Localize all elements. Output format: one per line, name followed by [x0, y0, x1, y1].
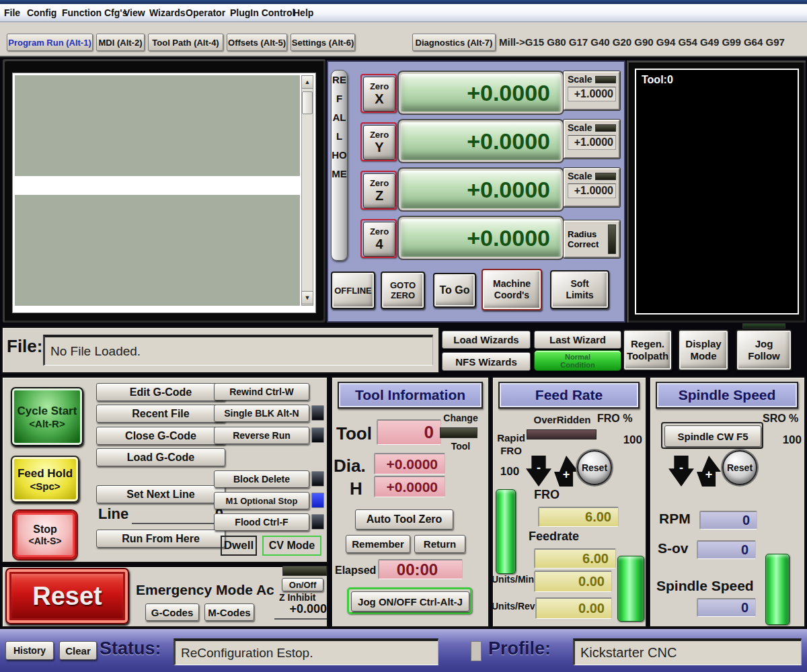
tab-program-run[interactable]: Program Run (Alt-1)	[7, 34, 93, 51]
display-mode-button[interactable]: Display Mode	[678, 329, 729, 371]
line-number-field[interactable]: 0	[132, 505, 223, 524]
goto-zero-button[interactable]: GOTO ZERO	[381, 271, 425, 309]
nfs-wizards-button[interactable]: NFS Wizards	[442, 352, 531, 371]
radius-correct-box[interactable]: Radius Correct	[564, 220, 620, 258]
menu-view[interactable]: View	[124, 4, 145, 22]
reset-button[interactable]: Reset	[5, 568, 129, 624]
scrollbar-thumb[interactable]	[302, 91, 313, 114]
fro-pct-label: FRO %	[597, 413, 632, 425]
zero-x-button[interactable]: ZeroX	[360, 74, 397, 113]
rewind-button[interactable]: Rewind Ctrl-W	[214, 383, 309, 401]
zero-4-button[interactable]: Zero4	[360, 219, 397, 258]
units-rev-label: Units/Rev	[492, 601, 535, 612]
scale-y-box[interactable]: Scale +1.0000	[564, 120, 620, 159]
stop-label: Stop	[33, 523, 57, 536]
ref-all-home-button[interactable]: REF ALL HOME	[331, 70, 348, 261]
scale-x-box[interactable]: Scale +1.0000	[564, 71, 620, 110]
zero-y-button[interactable]: ZeroY	[360, 122, 397, 161]
menu-plugin-control[interactable]: PlugIn Control	[230, 4, 295, 22]
cv-mode-indicator[interactable]: CV Mode	[262, 536, 321, 556]
menu-operator[interactable]: Operator	[186, 4, 225, 22]
to-go-button[interactable]: To Go	[433, 273, 476, 308]
toolpath-display[interactable]	[635, 69, 799, 314]
menu-function-cfgs[interactable]: Function Cfg's	[62, 4, 127, 22]
feed-rate-title: Feed Rate	[498, 382, 640, 409]
fro-slider-bar[interactable]	[496, 489, 516, 574]
gcodes-button[interactable]: G-Codes	[145, 603, 199, 621]
mcodes-button[interactable]: M-Codes	[204, 603, 254, 621]
emergency-mode-text: Emergency Mode Ac	[136, 582, 274, 598]
menu-help[interactable]: Help	[293, 4, 313, 22]
scale-y-value[interactable]: +1.0000	[568, 135, 616, 150]
fro-value-field[interactable]: 6.00	[538, 507, 619, 527]
scroll-up-icon[interactable]: ▲	[301, 75, 313, 89]
jog-onoff-button[interactable]: Jog ON/OFF Ctrl-Alt-J	[351, 591, 469, 612]
recent-file-button[interactable]: Recent File	[96, 405, 225, 423]
last-wizard-button[interactable]: Last Wizard	[534, 331, 621, 349]
menu-file[interactable]: File	[4, 4, 20, 22]
tab-settings[interactable]: Settings (Alt-6)	[291, 34, 355, 51]
clear-button[interactable]: Clear	[59, 641, 97, 660]
spindle-reset-button[interactable]: Reset	[722, 450, 757, 485]
gcode-text-block-top	[15, 75, 300, 176]
block-delete-button[interactable]: Block Delete	[214, 470, 309, 488]
load-wizards-button[interactable]: Load Wizards	[442, 331, 531, 349]
cycle-start-button[interactable]: Cycle Start <Alt-R>	[11, 387, 83, 446]
sro-label: SRO %	[763, 413, 798, 425]
dro-z-readout[interactable]: +0.0000	[401, 171, 561, 208]
dia-value-field[interactable]: +0.0000	[374, 453, 445, 474]
file-name-field[interactable]: No File Loaded.	[43, 335, 433, 366]
dro-4-readout[interactable]: +0.0000	[401, 219, 561, 257]
spindle-cw-button[interactable]: Spindle CW F5	[664, 425, 761, 447]
fro-reset-button[interactable]: Reset	[577, 450, 612, 485]
condition-status-button[interactable]: Normal Condition	[534, 350, 621, 371]
tab-diagnostics[interactable]: Diagnostics (Alt-7)	[412, 34, 496, 51]
z-inhibit-value[interactable]: +0.000	[274, 602, 327, 620]
feed-hold-button[interactable]: Feed Hold <Spc>	[11, 456, 79, 503]
regen-toolpath-button[interactable]: Regen. Toolpath	[623, 329, 672, 371]
current-line-highlight	[15, 176, 300, 195]
load-gcode-button[interactable]: Load G-Code	[96, 448, 225, 466]
stop-button[interactable]: Stop <Alt-S>	[13, 511, 77, 559]
dwell-indicator[interactable]: Dwell	[221, 536, 257, 556]
menu-config[interactable]: Config	[27, 4, 56, 22]
auto-tool-zero-button[interactable]: Auto Tool Zero	[355, 509, 453, 530]
tab-mdi[interactable]: MDI (Alt-2)	[96, 34, 145, 51]
tab-tool-path[interactable]: Tool Path (Alt-4)	[148, 34, 223, 51]
h-label: H	[350, 478, 362, 499]
scale-led	[595, 173, 616, 180]
m1-optional-stop-button[interactable]: M1 Optional Stop	[214, 492, 309, 509]
scroll-down-icon[interactable]: ▼	[301, 291, 313, 304]
feedrate-value-field[interactable]: 6.00	[534, 548, 616, 569]
close-gcode-button[interactable]: Close G-Code	[96, 427, 225, 445]
scale-z-box[interactable]: Scale +1.0000	[564, 168, 620, 207]
scale-x-value[interactable]: +1.0000	[568, 87, 616, 101]
h-value-field[interactable]: +0.0000	[374, 476, 445, 497]
flood-button[interactable]: Flood Ctrl-F	[214, 513, 309, 531]
spindle-title: Spindle Speed	[656, 382, 798, 409]
edit-gcode-button[interactable]: Edit G-Code	[96, 383, 225, 401]
remember-button[interactable]: Remember	[346, 535, 410, 553]
scale-z-value[interactable]: +1.0000	[568, 183, 616, 198]
set-next-line-button[interactable]: Set Next Line	[96, 485, 225, 503]
soft-limits-button[interactable]: Soft Limits	[550, 270, 609, 309]
zero-z-button[interactable]: ZeroZ	[360, 171, 397, 210]
zero-word: Zero	[370, 179, 389, 188]
file-label: File:	[7, 336, 42, 357]
reverse-run-button[interactable]: Reverse Run	[214, 427, 309, 444]
onoff-button[interactable]: On/Off	[282, 578, 323, 591]
tool-number-field[interactable]: 0	[377, 419, 441, 445]
menu-wizards[interactable]: Wizards	[149, 4, 186, 22]
history-button[interactable]: History	[5, 641, 54, 660]
tab-offsets[interactable]: Offsets (Alt-5)	[227, 34, 287, 51]
run-from-here-button[interactable]: Run From Here	[96, 530, 225, 548]
machine-coords-button[interactable]: Machine Coord's	[482, 269, 542, 310]
scale-label: Scale	[568, 74, 592, 85]
dro-x-readout[interactable]: +0.0000	[401, 74, 561, 112]
dro-y-readout[interactable]: +0.0000	[401, 122, 561, 160]
return-button[interactable]: Return	[414, 535, 465, 553]
jog-follow-button[interactable]: Jog Follow	[736, 329, 792, 371]
offline-button[interactable]: OFFLINE	[331, 271, 375, 309]
spindle-speed-label: Spindle Speed	[656, 578, 754, 594]
single-blk-button[interactable]: Single BLK Alt-N	[214, 405, 309, 422]
